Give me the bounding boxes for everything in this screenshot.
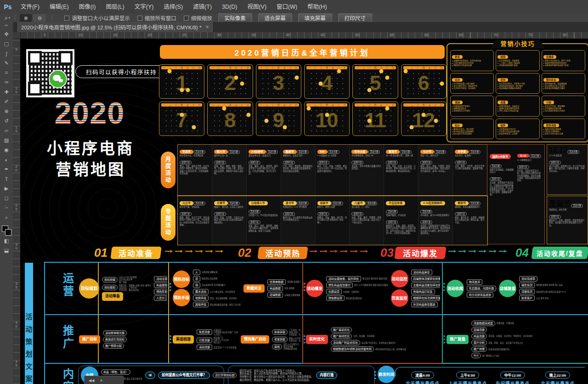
menu-item[interactable]: 文字(Y) xyxy=(130,0,159,14)
highlight-date xyxy=(403,69,407,73)
ruler-number: 5 xyxy=(14,47,18,51)
festival-title: 年中大促 xyxy=(351,150,368,154)
background-color-swatch[interactable] xyxy=(5,229,11,236)
option-checkbox[interactable]: 细微缩放 xyxy=(184,14,212,22)
option-button[interactable]: 打印尺寸 xyxy=(338,13,372,23)
zoom-out-button[interactable]: ⊖ xyxy=(34,14,45,22)
menu-bar: Ps 文件(F)编辑(E)图像(I)图层(L)文字(Y)选择(S)滤镜(T)3D… xyxy=(0,0,588,14)
festival-industry: 食品、美妆、百货等，可结合元宵推出“全民闹元宵”活动并提前进行预热造势。 xyxy=(214,216,244,224)
plan-note: 网红达人 xyxy=(214,341,229,344)
pen-tool-icon[interactable]: ✒ xyxy=(1,164,12,174)
dodge-tool-icon[interactable]: ◐ xyxy=(1,155,12,164)
wechat-icon xyxy=(49,70,67,88)
option-checkbox[interactable]: 缩放所有窗口 xyxy=(137,14,176,22)
festival-title: 儿童节 xyxy=(351,201,365,205)
hand-tool-icon[interactable]: ☞ xyxy=(1,203,12,213)
crop-tool-icon[interactable]: ⌗ xyxy=(1,68,12,78)
plan-node: 预热推广启动 xyxy=(241,335,269,344)
zoom-tool-icon[interactable]: ⌕ xyxy=(5,15,8,21)
festival-industry: 图书行业，可以借势打造成类似读书节的购物狂欢节。 xyxy=(283,216,313,221)
marquee-tool-icon[interactable]: ▢ xyxy=(1,39,12,49)
plan-node: 常规手段 xyxy=(193,295,209,301)
menu-item[interactable]: 选择(S) xyxy=(158,0,188,14)
month-card: 一二三四五六日7 xyxy=(159,102,204,136)
mini-panel[interactable]: ◀◀ ✕ xyxy=(84,376,124,384)
plan-note: 退款退货比例 营销活动 渠道PV/UV xyxy=(536,291,566,293)
plan-node: 店铺数据 xyxy=(267,292,283,298)
tip-line: ▸ 签到提醒结合模板消息推送 xyxy=(498,87,537,90)
screen-mode-icon[interactable]: ⬓ xyxy=(1,246,12,255)
highlight-date xyxy=(367,88,371,92)
document-canvas[interactable]: 扫码可以获得小程序扶持 2020 小程序电商 营销地图 2020营销日历&全年营… xyxy=(20,39,588,384)
topic-activities-box: 元旦节活动主题新年新气象，全新起航适用行业服饰、家居、电子产品等，跨年迎新用户可… xyxy=(177,196,488,245)
shape-tool-icon[interactable]: ◻ xyxy=(1,193,12,203)
zoom-tool-icon[interactable]: ⌕ xyxy=(1,213,12,222)
tip-card: 抽奖▸ 大转盘抽奖互动引流▸ 中奖率与奖品成本需平衡▸ 奖品用券促进二次消费 xyxy=(496,119,539,140)
menu-item[interactable]: 3D(D) xyxy=(217,0,242,14)
color-swatches[interactable] xyxy=(1,225,11,236)
menu-item[interactable]: 窗口(W) xyxy=(271,0,302,14)
type-tool-icon[interactable]: T xyxy=(1,174,12,184)
festival-industry: 美妆、服饰、珠宝、家居等，倡导女性用户“女神节犒劳自己”的活动，打造女性精致、悦… xyxy=(249,165,279,175)
collapse-icon[interactable]: ◀◀ xyxy=(89,378,94,383)
tool-preset-caret-icon[interactable]: ▾ xyxy=(9,16,11,20)
path-select-tool-icon[interactable]: ▶ xyxy=(1,184,12,193)
menu-item[interactable]: 滤镜(T) xyxy=(188,0,217,14)
menu-item[interactable]: 帮助(H) xyxy=(302,0,332,14)
lasso-tool-icon[interactable]: ʃ xyxy=(1,49,12,58)
menu-item[interactable]: 视图(V) xyxy=(242,0,271,14)
palette-grip-icon[interactable]: ▸▸ xyxy=(5,22,8,29)
clone-stamp-tool-icon[interactable]: ⊕ xyxy=(1,107,12,116)
document-tab-bar: 2020小程序电商营销地图.jpg @ 12.5% (扫码可以获得小程序扶持, … xyxy=(0,22,588,33)
quick-select-tool-icon[interactable]: ✎ xyxy=(1,58,12,68)
festival-industry: 美妆、珠宝、服饰、家居、鲜花等，针对情人节送礼人群，量身打造礼品清单，帮助用户选… xyxy=(214,165,244,175)
tip-card: 分销▸ 发动全员分销，佣金激励▸ 分享赚佣金裂变传播▸ 优先发展老客成为分销员 xyxy=(542,96,585,117)
plan-note: 短信 公众号模板消息 客服专属定向跟进 xyxy=(354,284,388,286)
ruler-number: 60 xyxy=(424,33,429,37)
move-tool-icon[interactable]: ✥ xyxy=(1,29,12,39)
tip-line: ▸ 砍价成功引导进店复购 xyxy=(452,133,492,135)
highlight-date xyxy=(409,125,413,129)
zoom-in-button[interactable]: ⊕ xyxy=(20,14,32,22)
industry-chip: 适用行业 xyxy=(351,161,363,164)
theme-chip: 活动主题 xyxy=(193,150,205,154)
option-button[interactable]: 适合屏幕 xyxy=(258,13,292,23)
document-tab[interactable]: 2020小程序电商营销地图.jpg @ 12.5% (扫码可以获得小程序扶持, … xyxy=(17,22,214,32)
eraser-tool-icon[interactable]: ▱ xyxy=(1,126,12,136)
menu-item[interactable]: 文件(F) xyxy=(16,0,45,14)
festival-industry: 服饰、家居、电子产品等，跨年迎新用户可借势节庆气氛，为全家置办一份新年好物，在生… xyxy=(180,216,210,226)
grid-line xyxy=(44,262,45,384)
tab-close-icon[interactable]: × xyxy=(206,24,209,30)
close-icon[interactable]: ✕ xyxy=(100,378,103,383)
option-button[interactable]: 填充屏幕 xyxy=(298,13,332,23)
tips-panel: 营销小技巧 秒杀▸ 设置整点秒杀商品，拉高店铺流量▸ 以低价爆款带动全店转化▸ … xyxy=(447,43,588,142)
option-checkbox[interactable]: 调整窗口大小以满屏显示 xyxy=(64,14,130,22)
plan-node: 推广复盘 xyxy=(447,335,469,344)
eyedropper-tool-icon[interactable]: ✑ xyxy=(1,78,12,87)
highlight-date xyxy=(379,69,384,73)
plan-note: 资金回笼：爆品/秒杀款 xyxy=(119,289,151,291)
option-button[interactable]: 实际像素 xyxy=(218,13,252,23)
phase-dashes xyxy=(448,251,505,252)
month-card: 一二三四五六日1 xyxy=(159,64,204,99)
ruler-number: 40 xyxy=(286,33,290,37)
ruler-number: 55 xyxy=(390,33,394,37)
gradient-tool-icon[interactable]: ▨ xyxy=(1,136,12,145)
month-card: 一二三四五六日2 xyxy=(207,64,253,99)
quick-mask-icon[interactable]: ◧ xyxy=(1,236,12,246)
plan-node: 其他 xyxy=(272,344,282,350)
history-brush-tool-icon[interactable]: ↺ xyxy=(1,116,12,126)
healing-brush-tool-icon[interactable]: ✚ xyxy=(1,87,12,97)
menu-item[interactable]: 图层(L) xyxy=(101,0,129,14)
festival-theme: 童心未泯，六一特价 xyxy=(351,206,382,208)
blur-tool-icon[interactable]: ◉ xyxy=(1,145,12,155)
highlight-date xyxy=(222,107,226,111)
timeline-time: 凌晨4:00 xyxy=(411,372,434,378)
christmas-card: 圣诞节活动主题圣诞狂欢，好礼不断适用行业数码电子、美妆、服饰等，借助圣诞进行促销… xyxy=(547,196,588,244)
brush-tool-icon[interactable]: ✐ xyxy=(1,97,12,107)
menu-item[interactable]: 图像(I) xyxy=(74,0,101,14)
ruler-number: 50 xyxy=(355,33,359,37)
menu-item[interactable]: 编辑(E) xyxy=(45,0,74,14)
theme-chip: 活动主题 xyxy=(365,202,377,205)
plan-node: 数据关注 xyxy=(243,284,265,293)
